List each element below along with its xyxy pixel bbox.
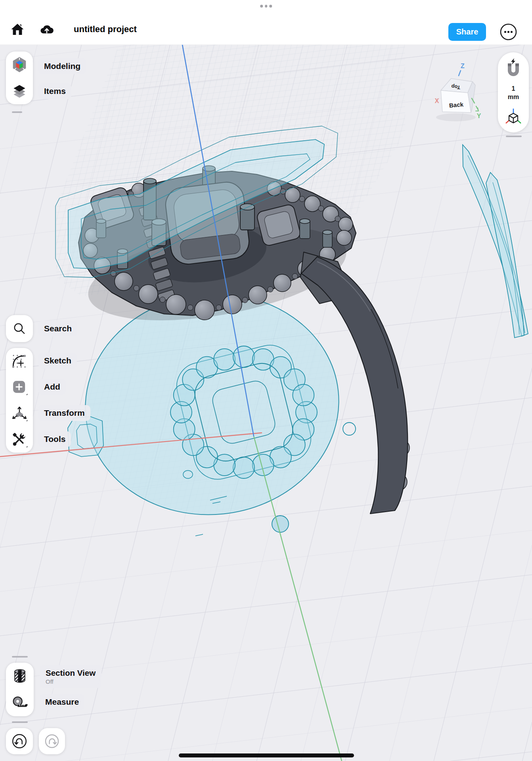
undo-icon bbox=[10, 732, 29, 750]
tools-button[interactable] bbox=[6, 426, 33, 453]
items-layers-icon bbox=[11, 82, 28, 100]
axis-view-button[interactable] bbox=[504, 107, 522, 127]
drag-handle[interactable] bbox=[506, 136, 522, 137]
sketch-button[interactable] bbox=[6, 348, 33, 374]
section-view-title: Section View bbox=[46, 668, 96, 678]
home-button[interactable] bbox=[9, 21, 26, 38]
section-view-icon bbox=[11, 667, 29, 685]
search-group bbox=[6, 315, 33, 342]
drag-handle[interactable] bbox=[12, 656, 28, 658]
view-cube-front-label: Back bbox=[449, 101, 464, 109]
snapping-panel: 1 mm bbox=[498, 52, 529, 132]
add-label[interactable]: Add bbox=[38, 379, 66, 395]
more-menu-button[interactable] bbox=[499, 23, 517, 41]
search-label[interactable]: Search bbox=[38, 321, 77, 337]
sidebar-item-modeling[interactable] bbox=[6, 52, 33, 78]
mode-group bbox=[6, 52, 33, 104]
search-icon bbox=[11, 320, 28, 337]
home-indicator[interactable] bbox=[179, 753, 354, 757]
redo-button[interactable] bbox=[39, 728, 65, 754]
measure-icon bbox=[11, 694, 29, 711]
share-button[interactable]: Share bbox=[448, 23, 486, 41]
section-view-button[interactable] bbox=[6, 663, 34, 689]
view-cube-top-label: Top bbox=[451, 84, 461, 91]
sync-button[interactable] bbox=[38, 21, 55, 38]
transform-label[interactable]: Transform bbox=[38, 405, 90, 421]
drag-handle[interactable] bbox=[12, 721, 28, 723]
sketch-small-circle[interactable] bbox=[272, 516, 289, 532]
drag-handle[interactable] bbox=[12, 111, 22, 113]
transform-icon bbox=[10, 404, 29, 423]
axis-y-label: Y bbox=[477, 113, 481, 119]
axis-x-label: X bbox=[435, 98, 439, 104]
transform-button[interactable] bbox=[6, 400, 33, 426]
section-view-status: Off bbox=[46, 678, 54, 685]
shapr3d-app: { "topbar": { "title": "untitled project… bbox=[0, 0, 532, 761]
sidebar-item-items[interactable] bbox=[6, 78, 33, 104]
magnet-icon bbox=[505, 58, 522, 78]
cloud-upload-icon bbox=[39, 23, 54, 36]
axis-z-label: Z bbox=[461, 63, 465, 69]
modeling-label[interactable]: Modeling bbox=[38, 58, 86, 74]
sketch-octagon-left[interactable] bbox=[68, 417, 103, 457]
window-handle-dots[interactable] bbox=[260, 5, 272, 8]
modeling-icon bbox=[10, 55, 29, 74]
grid-step-value[interactable]: 1 mm bbox=[508, 84, 519, 101]
viewport-3d[interactable]: Top Back Z X Y bbox=[0, 0, 532, 761]
measure-label[interactable]: Measure bbox=[40, 694, 84, 710]
tools-label[interactable]: Tools bbox=[38, 431, 71, 447]
tools-icon bbox=[10, 430, 29, 449]
ellipsis-circle-icon bbox=[499, 23, 517, 41]
add-button[interactable] bbox=[6, 374, 33, 400]
measure-button[interactable] bbox=[6, 689, 34, 716]
section-view-label[interactable]: Section View Off bbox=[40, 665, 101, 688]
top-bar: untitled project Share bbox=[0, 0, 532, 45]
view-tools-group bbox=[6, 663, 34, 716]
axis-cube-icon bbox=[504, 107, 522, 127]
sketch-label[interactable]: Sketch bbox=[38, 353, 77, 369]
snap-toggle-button[interactable] bbox=[505, 58, 522, 78]
items-label[interactable]: Items bbox=[38, 83, 71, 99]
redo-icon bbox=[43, 732, 61, 750]
undo-button[interactable] bbox=[6, 728, 33, 754]
search-button[interactable] bbox=[6, 315, 33, 342]
add-icon bbox=[10, 378, 29, 396]
project-title[interactable]: untitled project bbox=[74, 21, 137, 38]
sketch-icon bbox=[10, 352, 29, 370]
tool-group bbox=[6, 348, 33, 453]
home-icon bbox=[10, 22, 25, 36]
